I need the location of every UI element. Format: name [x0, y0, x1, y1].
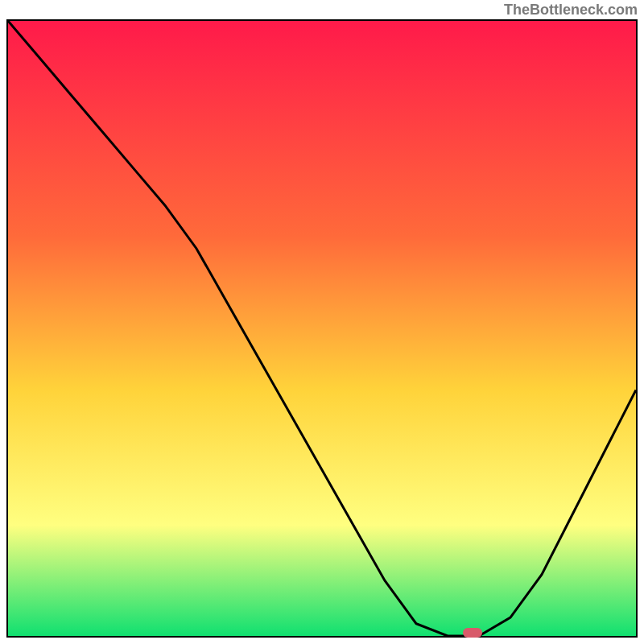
- bottleneck-curve: [8, 21, 636, 636]
- attribution-text: TheBottleneck.com: [504, 2, 638, 19]
- minimum-marker: [463, 628, 482, 638]
- chart-frame: [6, 19, 638, 638]
